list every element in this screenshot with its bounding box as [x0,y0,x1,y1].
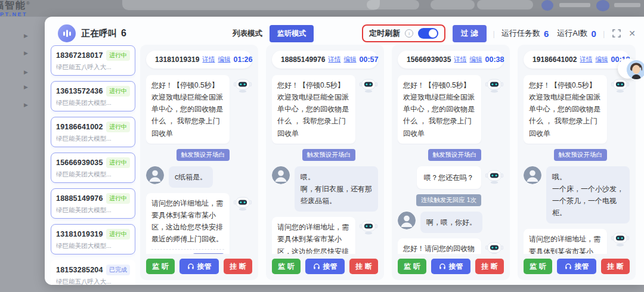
ai-message: 请问您的详细地址，需要具体到某省市某小区，这边给您尽快安排最近的师傅上门回收。 … [272,217,378,254]
detail-link[interactable]: 详情 [454,55,467,64]
robot-avatar [485,238,504,254]
logo-domain: PT.NET [0,12,30,17]
dimmed-pill-1 [367,0,419,10]
timed-refresh-label: 定时刷新 [369,28,400,39]
task-desc: 绿巨能美团大模型... [56,242,130,250]
caller-avatar [272,166,290,184]
timed-refresh-highlight: 定时刷新 i [362,24,445,42]
nav-expand-arrow[interactable]: ▶ [24,102,28,108]
ai-bubble: 您好！【停顿0.5秒】欢迎致电绿巨能全国派单中心，您的回收物是什么 ， 我帮您录… [272,75,355,144]
info-icon: i [405,29,413,38]
timed-refresh-toggle[interactable] [418,28,438,39]
robot-avatar [611,229,630,248]
monitor-cards-row: 13181019319 详情 编辑 01:26 您好！【停顿0.5秒】欢迎致电绿… [140,45,636,280]
takeover-label: 接管 [449,262,463,272]
chat-transcript[interactable]: 您好！【停顿0.5秒】欢迎致电绿巨能全国派单中心，您的回收物是什么 ， 我帮您录… [146,75,252,254]
call-number: 13181019319 [56,230,103,238]
status-badge: 进行中 [106,193,130,204]
robot-avatar [485,166,504,185]
call-list-item[interactable]: 18885149976进行中 绿巨能美团大模型... [51,188,135,219]
detail-link[interactable]: 详情 [329,55,341,64]
call-list-item[interactable]: 13613572436进行中 绿巨能美团大模型... [51,81,135,111]
ai-message: 您好！【停顿0.5秒】欢迎致电绿巨能全国派单中心，您的回收物是什么 ， 我帮您录… [272,75,378,144]
running-tasks-stat: 运行任务数 6 [501,28,549,39]
robot-avatar [359,217,378,236]
fullscreen-icon[interactable] [612,29,621,38]
detail-link[interactable]: 详情 [203,55,215,64]
detail-link[interactable]: 详情 [580,55,593,64]
edit-link[interactable]: 编辑 [596,55,608,64]
opening-trigger-badge: 触发预设开场白 [177,149,230,161]
status-badge: 进行中 [106,86,130,97]
call-list-item[interactable]: 18367218017进行中 绿巨能五八呼入大... [51,45,135,76]
no-response-badge: 连续触发无回应 1次 [416,194,481,206]
caller-avatar [524,166,541,184]
chat-transcript[interactable]: 您好！【停顿0.5秒】欢迎致电绿巨能全国派单中心，您的回收物是什么 ， 我帮您录… [272,75,378,254]
listen-button[interactable]: 监 听 [524,259,552,274]
call-number: 15666939035 [56,159,103,167]
calling-count: 6 [121,28,126,39]
dimmed-pill-2 [431,0,475,10]
dimmed-avatar-1 [541,0,553,11]
divider: | [603,29,605,38]
nav-expand-arrow[interactable]: ▶ [24,50,28,56]
listen-button[interactable]: 监 听 [398,259,426,274]
edit-link[interactable]: 编辑 [470,55,482,64]
close-icon[interactable]: ✕ [628,29,636,38]
list-mode-tab[interactable]: 列表模式 [233,29,262,39]
running-ai-value: 0 [592,29,596,39]
robot-avatar [233,193,252,212]
running-tasks-value: 6 [544,29,549,39]
logo-reg-mark: ® [26,1,30,6]
ai-bubble: 您好！【停顿0.5秒】欢迎致电绿巨能全国派单中心，您的回收物是什么 ， 我帮您录… [524,75,607,144]
takeover-button[interactable]: 接管 [179,259,219,274]
nav-expand-arrow[interactable]: ▶ [24,33,28,39]
takeover-button[interactable]: 接管 [557,259,596,274]
hangup-button[interactable]: 挂 断 [601,259,630,274]
call-list-item[interactable]: 15666939035进行中 绿巨能美团大模型... [51,153,135,183]
status-badge: 进行中 [106,50,130,61]
running-ai-label: 运行AI数 [557,28,587,39]
nav-expand-arrow[interactable]: ▶ [24,69,28,75]
call-card-header: 18885149976 详情 编辑 00:57 [272,51,378,69]
call-list-item[interactable]: 13181019319进行中 绿巨能美团大模型... [51,224,135,254]
call-list-item[interactable]: 19186641002进行中 绿巨能美团大模型... [51,117,135,147]
hangup-button[interactable]: 挂 断 [475,259,504,274]
edit-link[interactable]: 编辑 [344,55,357,64]
takeover-button[interactable]: 接管 [431,259,470,274]
caller-avatar [398,212,416,229]
calling-waveform-icon [58,24,76,42]
task-desc: 绿巨能五八呼入大... [56,278,130,285]
filter-button[interactable]: 过 滤 [453,25,486,42]
task-desc: 绿巨能五八呼入大... [56,63,130,72]
opening-trigger-badge: 触发预设开场白 [554,149,608,161]
edit-link[interactable]: 编辑 [218,55,231,64]
status-badge: 进行中 [106,229,130,240]
listen-button[interactable]: 监 听 [146,259,175,274]
ai-message: 喂？您还在吗？ [398,166,504,189]
nav-expand-arrow[interactable]: ▶ [24,84,28,90]
call-number: 19186641002 [56,123,103,131]
call-duration: 00:57 [360,55,379,64]
dimmed-search-bar [122,0,380,10]
divider: | [493,29,495,38]
chat-transcript[interactable]: 您好！【停顿0.5秒】欢迎致电绿巨能全国派单中心，您的回收物是什么 ， 我帮您录… [524,75,630,254]
hangup-button[interactable]: 挂 断 [349,259,378,274]
hangup-button[interactable]: 挂 断 [224,259,252,274]
user-message: 哦。一个床，一个小沙发，一个茶几，一个电视柜。 [524,166,630,224]
task-desc: 绿巨能美团大模型... [56,206,130,215]
call-number: 18367218017 [56,51,103,60]
takeover-label: 接管 [323,262,338,272]
listen-button[interactable]: 监 听 [272,259,301,274]
assistant-avatar[interactable] [626,60,644,80]
running-ai-stat: 运行AI数 0 [557,28,596,39]
chat-transcript[interactable]: 您好！【停顿0.5秒】欢迎致电绿巨能全国派单中心，您的回收物是什么 ， 我帮您录… [398,75,504,254]
call-list: 18367218017进行中 绿巨能五八呼入大... 13613572436进行… [51,45,135,285]
dimmed-text-1 [559,3,590,7]
ai-text: 请问您的详细地址，需要具体到某省市某小区，这边给您尽快安排最近的师傅上门回收。 [277,221,350,254]
call-card-18885149976: 18885149976 详情 编辑 00:57 您好！【停顿0.5秒】欢迎致电绿… [266,45,384,280]
takeover-button[interactable]: 接管 [305,259,345,274]
ai-message: 您好！【停顿0.5秒】欢迎致电绿巨能全国派单中心，您的回收物是什么 ， 我帮您录… [146,75,252,144]
monitor-mode-tab[interactable]: 监听模式 [270,25,314,42]
call-list-item[interactable]: 18153285204已完成 绿巨能五八呼入大... [51,260,135,285]
